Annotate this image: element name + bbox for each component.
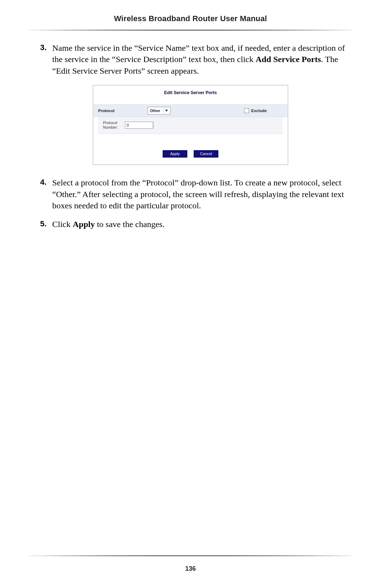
protocol-row: Protocol Other Exclude xyxy=(93,104,288,117)
step-5: 5. Click Apply to save the changes. xyxy=(32,219,349,230)
footer-divider xyxy=(28,555,353,556)
step-text-post: to save the changes. xyxy=(95,220,165,229)
exclude-label: Exclude xyxy=(251,109,267,113)
page-content: 3. Name the service in the “Service Name… xyxy=(32,42,349,237)
exclude-checkbox[interactable] xyxy=(244,108,249,113)
step-text-bold: Add Service Ports xyxy=(255,55,321,64)
dialog-title: Edit Service Server Ports xyxy=(93,85,288,104)
step-body: Name the service in the “Service Name” t… xyxy=(52,42,349,76)
chevron-down-icon xyxy=(164,108,169,114)
step-number: 3. xyxy=(32,42,52,76)
dialog-button-row: Apply Cancel xyxy=(93,150,288,165)
page-number: 136 xyxy=(0,565,381,572)
screenshot-container: Edit Service Server Ports Protocol Other xyxy=(32,85,349,165)
step-text: Select a protocol from the “Protocol” dr… xyxy=(52,178,344,210)
step-text-pre: Click xyxy=(52,220,73,229)
step-number: 4. xyxy=(32,177,52,211)
svg-marker-0 xyxy=(165,110,168,112)
page-header-title: Wireless Broadband Router User Manual xyxy=(0,14,381,23)
manual-page: Wireless Broadband Router User Manual 3.… xyxy=(0,0,381,588)
apply-button[interactable]: Apply xyxy=(163,150,187,158)
step-number: 5. xyxy=(32,219,52,230)
protocol-select[interactable]: Other xyxy=(147,107,171,115)
step-3: 3. Name the service in the “Service Name… xyxy=(32,42,349,76)
protocol-label: Protocol xyxy=(98,109,147,113)
step-body: Select a protocol from the “Protocol” dr… xyxy=(52,177,349,211)
spacer xyxy=(93,134,288,150)
protocol-number-input[interactable]: 0 xyxy=(125,122,153,129)
edit-service-server-ports-dialog: Edit Service Server Ports Protocol Other xyxy=(93,85,288,165)
step-4: 4. Select a protocol from the “Protocol”… xyxy=(32,177,349,211)
step-body: Click Apply to save the changes. xyxy=(52,219,349,230)
protocol-select-value: Other xyxy=(150,108,160,114)
cancel-button[interactable]: Cancel xyxy=(194,150,218,158)
step-text-bold: Apply xyxy=(73,220,95,229)
protocol-number-label: Protocol Number: xyxy=(103,121,125,129)
header-divider xyxy=(28,30,353,31)
protocol-number-row: Protocol Number: 0 xyxy=(98,117,283,134)
